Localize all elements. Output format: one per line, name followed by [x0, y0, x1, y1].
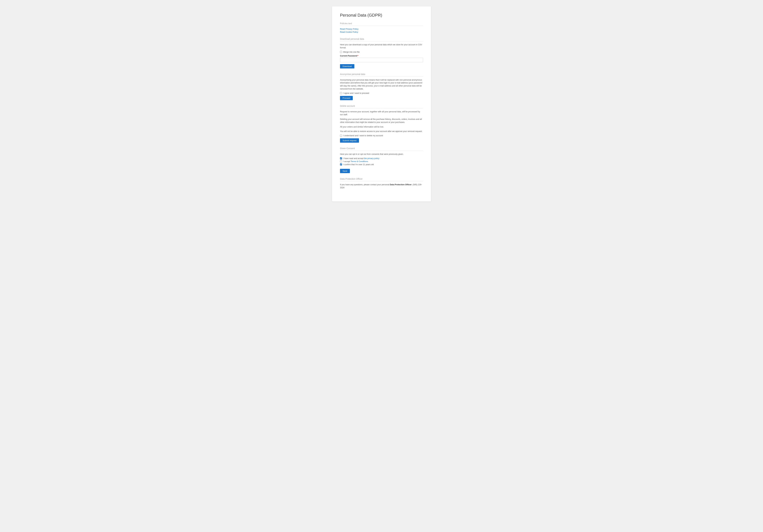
current-password-input[interactable]	[340, 58, 423, 62]
merge-checkbox-row: Merge into one file	[340, 51, 423, 53]
agree-label: I agree and I want to proceed	[343, 92, 369, 94]
merge-label: Merge into one file	[343, 51, 360, 53]
consent-terms-text-before: I accept	[343, 160, 351, 163]
read-privacy-policy-link[interactable]: Read Privacy Policy	[340, 28, 423, 30]
consent-age-label: I confirm that I'm over 21 years old	[343, 163, 374, 166]
consent-age-checkbox[interactable]	[340, 163, 342, 165]
policies-section: Policies text Read Privacy Policy Read C…	[340, 22, 423, 33]
consent-terms-label: I accept Terms & Conditions.	[343, 160, 369, 163]
delete-desc3: All your orders and similar information …	[340, 126, 423, 129]
download-section: Download personal data Here you can down…	[340, 38, 423, 68]
delete-desc4: You will not be able to restore access t…	[340, 130, 423, 133]
delete-section: Delete account Request to remove your ac…	[340, 105, 423, 143]
understand-label: I understand and I want to delete my acc…	[343, 134, 383, 137]
agree-checkbox-row: I agree and I want to proceed	[340, 92, 423, 94]
submit-request-button[interactable]: Submit request	[340, 138, 359, 143]
consent-terms-text-after: .	[368, 160, 369, 163]
dpo-link[interactable]: Data Protection Officer	[390, 184, 411, 186]
consent-section: Given Consent Here you can opt in or opt…	[340, 147, 423, 173]
anonymise-description: Anonymising your personal data means tha…	[340, 78, 423, 90]
anonymise-header: Anonymise personal data	[340, 73, 423, 77]
main-card: Personal Data (GDPR) Policies text Read …	[332, 6, 431, 202]
dpo-text-before: If you have any questions, please contac…	[340, 184, 390, 186]
dpo-header: Data Protection Officer	[340, 178, 423, 181]
download-button[interactable]: Download	[340, 64, 354, 68]
consent-terms-row: I accept Terms & Conditions.	[340, 160, 423, 163]
understand-checkbox[interactable]	[340, 135, 342, 137]
dpo-section: Data Protection Officer If you have any …	[340, 178, 423, 189]
delete-desc2: Deleting your account will remove all th…	[340, 118, 423, 124]
consent-privacy-text-before: I have read and accept	[343, 157, 364, 160]
understand-checkbox-row: I understand and I want to delete my acc…	[340, 134, 423, 137]
dpo-text: If you have any questions, please contac…	[340, 183, 423, 189]
anonymise-section: Anonymise personal data Anonymising your…	[340, 73, 423, 100]
password-label: Current Password*	[340, 55, 423, 57]
policies-header: Policies text	[340, 22, 423, 26]
page-title: Personal Data (GDPR)	[340, 13, 423, 18]
consent-header: Given Consent	[340, 147, 423, 151]
read-cookie-policy-link[interactable]: Read Cookie Policy	[340, 31, 423, 33]
consent-privacy-checkbox[interactable]	[340, 157, 342, 159]
consent-terms-checkbox[interactable]	[340, 160, 342, 162]
consent-age-row: I confirm that I'm over 21 years old	[340, 163, 423, 166]
consent-privacy-row: I have read and accept the privacy polic…	[340, 157, 423, 160]
delete-desc1: Request to remove your account, together…	[340, 110, 423, 116]
proceed-button[interactable]: Proceed	[340, 96, 353, 100]
privacy-policy-link[interactable]: the privacy policy	[364, 157, 380, 160]
terms-link[interactable]: Terms & Conditions	[351, 160, 368, 163]
required-star: *	[358, 55, 358, 57]
merge-checkbox[interactable]	[340, 51, 342, 53]
consent-description: Here you can opt in or opt out from cons…	[340, 153, 423, 156]
download-header: Download personal data	[340, 38, 423, 41]
delete-header: Delete account	[340, 105, 423, 108]
agree-checkbox[interactable]	[340, 92, 342, 94]
consent-privacy-label: I have read and accept the privacy polic…	[343, 157, 380, 160]
save-consent-button[interactable]: Save	[340, 169, 350, 173]
download-description: Here you can download a copy of your per…	[340, 43, 423, 49]
